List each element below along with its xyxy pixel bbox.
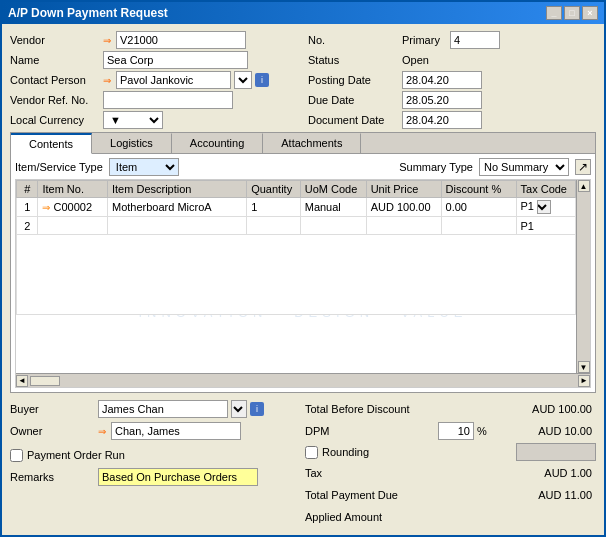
row1-desc: Motherboard MicroA	[108, 198, 247, 217]
buyer-select[interactable]: ▼	[231, 400, 247, 418]
owner-arrow-icon: ⇒	[98, 426, 106, 437]
row1-tax-select[interactable]: ▼	[537, 200, 551, 214]
summary-type-select[interactable]: No Summary	[479, 158, 569, 176]
name-label: Name	[10, 54, 100, 66]
buyer-row: Buyer ▼ i	[10, 399, 301, 419]
form-right: No. Primary Status Open Posting Date Due…	[308, 30, 596, 130]
buyer-info-icon[interactable]: i	[250, 402, 264, 416]
contact-input[interactable]	[116, 71, 231, 89]
buyer-label: Buyer	[10, 403, 95, 415]
posting-date-row: Posting Date	[308, 70, 596, 90]
posting-date-input[interactable]	[402, 71, 482, 89]
owner-row: Owner ⇒	[10, 421, 301, 441]
tax-label: Tax	[305, 467, 435, 479]
row1-uom: Manual	[300, 198, 366, 217]
col-header-desc: Item Description	[108, 181, 247, 198]
row1-qty: 1	[247, 198, 301, 217]
bottom-left: Buyer ▼ i Owner ⇒ Payment Order Run Rema…	[10, 399, 301, 527]
row1-itemno-val: C00002	[53, 201, 92, 213]
before-discount-value: AUD 100.00	[516, 403, 596, 415]
bottom-section: Buyer ▼ i Owner ⇒ Payment Order Run Rema…	[10, 395, 596, 529]
contact-row: Contact Person ⇒ ▼ i	[10, 70, 298, 90]
scroll-right-button[interactable]: ►	[578, 375, 590, 387]
vertical-scrollbar[interactable]: ▲ ▼	[576, 180, 590, 373]
close-button[interactable]: ×	[582, 6, 598, 20]
table-row[interactable]: 2 P1	[17, 217, 576, 235]
due-date-label: Due Date	[308, 94, 398, 106]
col-header-uom: UoM Code	[300, 181, 366, 198]
row1-tax-val: P1	[521, 200, 534, 212]
row2-disc	[441, 217, 516, 235]
table-scroll-area: # Item No. Item Description Quantity UoM…	[16, 180, 590, 373]
vendor-label: Vendor	[10, 34, 100, 46]
scroll-left-button[interactable]: ◄	[16, 375, 28, 387]
total-payment-value: AUD 11.00	[516, 489, 596, 501]
rounding-label: Rounding	[322, 446, 369, 458]
contact-label: Contact Person	[10, 74, 100, 86]
col-header-qty: Quantity	[247, 181, 301, 198]
col-header-price: Unit Price	[366, 181, 441, 198]
tabs-header: Contents Logistics Accounting Attachment…	[11, 133, 595, 154]
dpm-input[interactable]	[438, 422, 474, 440]
table-container: STEMINNOVATION • DESIGN • VALUE # Item N…	[15, 179, 591, 388]
table-toolbar: Item/Service Type Item Summary Type No S…	[15, 158, 591, 176]
vendor-input[interactable]	[116, 31, 246, 49]
remarks-row: Remarks	[10, 467, 301, 487]
local-currency-row: Local Currency ▼	[10, 110, 298, 130]
maximize-button[interactable]: □	[564, 6, 580, 20]
row1-arrow-icon: ⇒	[42, 202, 50, 213]
row2-qty	[247, 217, 301, 235]
vendor-ref-input[interactable]	[103, 91, 233, 109]
payment-order-checkbox[interactable]	[10, 449, 23, 462]
row2-num: 2	[17, 217, 38, 235]
local-currency-select[interactable]: ▼	[103, 111, 163, 129]
scroll-thumb[interactable]	[30, 376, 60, 386]
tab-logistics[interactable]: Logistics	[92, 133, 172, 153]
remarks-label: Remarks	[10, 471, 95, 483]
row2-price	[366, 217, 441, 235]
table-inner: # Item No. Item Description Quantity UoM…	[16, 180, 576, 373]
rounding-input[interactable]	[516, 443, 596, 461]
row2-uom	[300, 217, 366, 235]
row2-desc	[108, 217, 247, 235]
vendor-ref-label: Vendor Ref. No.	[10, 94, 100, 106]
tax-value: AUD 1.00	[516, 467, 596, 479]
scroll-up-button[interactable]: ▲	[578, 180, 590, 192]
document-date-input[interactable]	[402, 111, 482, 129]
contact-arrow-icon: ⇒	[103, 75, 111, 86]
remarks-input[interactable]	[98, 468, 258, 486]
minimize-button[interactable]: _	[546, 6, 562, 20]
item-service-select[interactable]: Item	[109, 158, 179, 176]
no-type: Primary	[402, 34, 440, 46]
table-row-empty	[17, 235, 576, 315]
window-title: A/P Down Payment Request	[8, 6, 168, 20]
horizontal-scrollbar[interactable]: ◄ ►	[16, 373, 590, 387]
buyer-input[interactable]	[98, 400, 228, 418]
items-table: # Item No. Item Description Quantity UoM…	[16, 180, 576, 315]
row1-tax: P1 ▼	[516, 198, 575, 217]
tab-accounting[interactable]: Accounting	[172, 133, 263, 153]
tab-attachments[interactable]: Attachments	[263, 133, 361, 153]
name-input[interactable]	[103, 51, 248, 69]
form-left: Vendor ⇒ Name Contact Person ⇒ ▼ i Vendo…	[10, 30, 298, 130]
tab-contents[interactable]: Contents	[11, 133, 92, 154]
row1-price: AUD 100.00	[366, 198, 441, 217]
no-label: No.	[308, 34, 398, 46]
payment-order-row: Payment Order Run	[10, 445, 301, 465]
owner-input[interactable]	[111, 422, 241, 440]
row2-tax: P1	[516, 217, 575, 235]
status-value: Open	[402, 54, 429, 66]
dpm-label: DPM	[305, 425, 435, 437]
status-row: Status Open	[308, 50, 596, 70]
table-row[interactable]: 1 ⇒ C00002 Motherboard MicroA 1 Manual	[17, 198, 576, 217]
owner-label: Owner	[10, 425, 95, 437]
scroll-down-button[interactable]: ▼	[578, 361, 590, 373]
contact-info-icon[interactable]: i	[255, 73, 269, 87]
due-date-input[interactable]	[402, 91, 482, 109]
rounding-checkbox[interactable]	[305, 446, 318, 459]
due-date-row: Due Date	[308, 90, 596, 110]
expand-icon[interactable]: ↗	[575, 159, 591, 175]
no-input[interactable]	[450, 31, 500, 49]
contact-select[interactable]: ▼	[234, 71, 252, 89]
name-row: Name	[10, 50, 298, 70]
